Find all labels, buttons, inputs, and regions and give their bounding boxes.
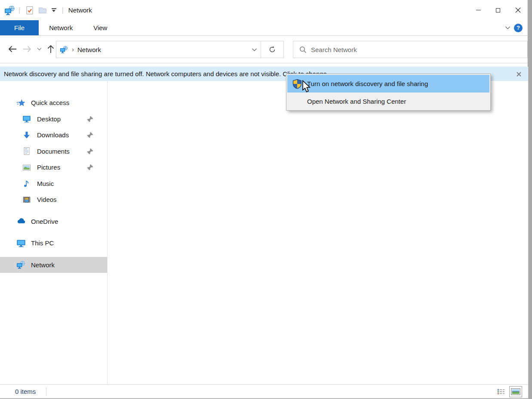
menu-item-open-network-sharing-center[interactable]: Open Network and Sharing Center	[287, 93, 489, 110]
network-breadcrumb-icon	[60, 45, 68, 54]
sidebar-item-music[interactable]: Music	[0, 176, 107, 192]
maximize-icon	[496, 8, 500, 12]
folder-view-empty[interactable]	[108, 81, 528, 384]
sidebar-item-downloads[interactable]: Downloads	[0, 127, 107, 143]
onedrive-cloud-icon	[16, 217, 26, 226]
window-title: Network	[68, 6, 92, 14]
refresh-icon	[268, 46, 276, 53]
pictures-icon	[22, 163, 31, 172]
pin-icon	[87, 164, 93, 170]
notification-message[interactable]: Network discovery and file sharing are t…	[4, 70, 332, 77]
forward-button[interactable]	[21, 41, 34, 57]
sidebar-item-quick-access[interactable]: Quick access	[0, 95, 107, 111]
notification-close-button[interactable]	[514, 70, 523, 78]
titlebar-separator: |	[62, 6, 63, 15]
address-dropdown-button[interactable]	[248, 41, 261, 58]
pin-icon	[87, 148, 93, 155]
arrow-right-icon	[22, 45, 32, 53]
mouse-cursor	[302, 80, 312, 93]
search-input[interactable]	[311, 41, 527, 58]
qat-new-folder-button[interactable]	[36, 4, 49, 17]
sidebar-item-label: Network	[31, 261, 55, 269]
explorer-window: | | Network File Network View ? › Networ…	[0, 0, 528, 398]
sidebar-item-onedrive[interactable]: OneDrive	[0, 213, 107, 230]
notification-context-menu: Turn on network discovery and file shari…	[286, 74, 491, 111]
thumbnail-view-button[interactable]	[509, 386, 522, 397]
close-button[interactable]	[508, 0, 528, 20]
titlebar-separator: |	[18, 6, 20, 15]
help-button[interactable]: ?	[514, 24, 523, 32]
this-pc-icon	[16, 238, 26, 248]
help-icon: ?	[517, 25, 520, 31]
tab-network[interactable]: Network	[39, 20, 83, 35]
sidebar-item-desktop[interactable]: Desktop	[0, 111, 107, 127]
chevron-down-icon	[252, 48, 257, 52]
details-view-icon	[497, 389, 505, 395]
sidebar-item-label: Music	[37, 180, 54, 187]
content-area: Quick access Desktop Downloads Documents…	[0, 81, 528, 384]
titlebar: | | Network	[0, 0, 528, 20]
up-button[interactable]	[44, 41, 57, 57]
minimize-icon	[476, 10, 481, 10]
navigation-bar: › Network	[0, 36, 528, 63]
close-icon	[517, 72, 521, 77]
pin-icon	[87, 116, 93, 122]
network-icon	[16, 260, 26, 269]
uac-shield-icon	[292, 79, 302, 89]
ribbon-collapse-button[interactable]	[501, 20, 514, 35]
chevron-down-icon	[37, 47, 42, 51]
ribbon-tab-bar: File Network View ?	[0, 20, 528, 36]
downloads-icon	[22, 131, 31, 139]
sidebar-item-label: Videos	[37, 196, 57, 203]
qat-customize-dropdown-icon[interactable]	[49, 4, 58, 17]
breadcrumb-network[interactable]: Network	[77, 46, 101, 53]
thumbnail-view-icon	[511, 388, 520, 395]
sidebar-item-label: OneDrive	[31, 218, 58, 225]
sidebar-item-videos[interactable]: Videos	[0, 192, 107, 208]
menu-item-turn-on-network-discovery[interactable]: Turn on network discovery and file shari…	[287, 75, 489, 93]
search-icon	[299, 46, 307, 53]
arrow-up-icon	[47, 44, 55, 54]
status-divider	[46, 387, 46, 396]
tabrow-spacer	[117, 20, 501, 35]
sidebar-item-pictures[interactable]: Pictures	[0, 159, 107, 176]
arrow-left-icon	[8, 45, 17, 53]
address-bar[interactable]: › Network	[56, 41, 284, 58]
sidebar-item-label: Quick access	[31, 99, 69, 106]
sidebar-item-label: Documents	[37, 148, 70, 155]
maximize-button[interactable]	[488, 0, 508, 20]
navigation-pane: Quick access Desktop Downloads Documents…	[0, 81, 108, 384]
status-bar: 0 items	[0, 384, 528, 398]
sidebar-item-label: Downloads	[37, 131, 69, 139]
tab-file[interactable]: File	[0, 20, 39, 35]
menu-item-label: Turn on network discovery and file shari…	[307, 80, 428, 87]
tab-view[interactable]: View	[83, 20, 117, 35]
network-window-icon	[4, 5, 15, 16]
recent-locations-dropdown[interactable]	[34, 41, 44, 57]
videos-icon	[22, 195, 31, 204]
close-icon	[515, 7, 521, 13]
music-icon	[22, 179, 31, 188]
sidebar-item-label: This PC	[31, 239, 54, 247]
qat-properties-button[interactable]	[23, 4, 36, 17]
sidebar-item-network[interactable]: Network	[0, 257, 107, 273]
breadcrumb-separator: ›	[72, 46, 74, 53]
details-view-button[interactable]	[495, 386, 507, 397]
background-edge-strip	[529, 0, 532, 399]
menu-item-label: Open Network and Sharing Center	[307, 98, 406, 105]
desktop-icon	[22, 114, 31, 123]
chevron-down-icon	[505, 26, 510, 30]
quick-access-star-icon	[16, 98, 26, 108]
sidebar-item-label: Desktop	[37, 115, 61, 123]
refresh-button[interactable]	[261, 41, 283, 58]
minimize-button[interactable]	[468, 0, 488, 20]
sidebar-item-this-pc[interactable]: This PC	[0, 235, 107, 251]
pin-icon	[87, 132, 93, 138]
items-count: 0 items	[15, 388, 36, 395]
sidebar-item-documents[interactable]: Documents	[0, 143, 107, 160]
sidebar-item-label: Pictures	[37, 164, 60, 171]
back-button[interactable]	[6, 41, 19, 57]
search-box	[293, 41, 528, 58]
documents-icon	[22, 147, 31, 155]
